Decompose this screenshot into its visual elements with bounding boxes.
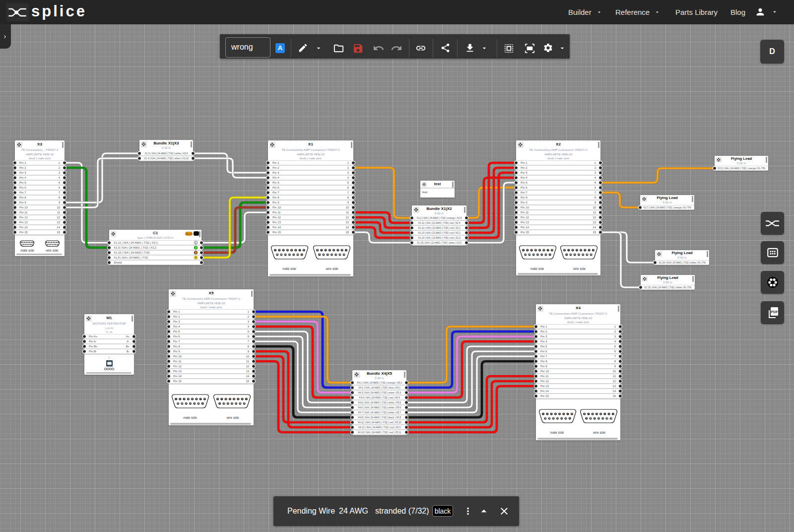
svg-text:1: 1 bbox=[593, 249, 594, 251]
svg-text:15: 15 bbox=[243, 402, 245, 404]
svg-text:4: 4 bbox=[188, 398, 189, 400]
svg-text:10: 10 bbox=[223, 402, 225, 404]
svg-text:14: 14 bbox=[548, 417, 550, 419]
svg-text:11: 11 bbox=[561, 417, 563, 419]
svg-text:11: 11 bbox=[293, 254, 295, 256]
svg-text:4: 4 bbox=[581, 249, 582, 251]
svg-text:1: 1 bbox=[176, 398, 177, 400]
svg-text:3: 3 bbox=[531, 249, 532, 251]
svg-text:10: 10 bbox=[297, 254, 299, 256]
svg-text:13: 13 bbox=[582, 254, 584, 256]
svg-text:13: 13 bbox=[532, 254, 534, 256]
svg-text:6: 6 bbox=[225, 398, 226, 400]
svg-text:3: 3 bbox=[184, 398, 185, 400]
svg-text:6: 6 bbox=[563, 413, 564, 415]
svg-text:11: 11 bbox=[327, 254, 329, 256]
svg-text:13: 13 bbox=[235, 402, 237, 404]
svg-text:12: 12 bbox=[289, 254, 291, 256]
svg-text:9: 9 bbox=[301, 254, 302, 256]
svg-text:10: 10 bbox=[198, 402, 199, 404]
svg-text:14: 14 bbox=[339, 254, 341, 256]
svg-text:15: 15 bbox=[276, 254, 278, 256]
svg-text:10: 10 bbox=[565, 417, 567, 419]
svg-text:12: 12 bbox=[190, 402, 192, 404]
svg-text:9: 9 bbox=[319, 254, 320, 256]
svg-text:1: 1 bbox=[523, 249, 524, 251]
svg-text:8: 8 bbox=[317, 249, 318, 251]
svg-text:14: 14 bbox=[606, 417, 608, 419]
svg-text:9: 9 bbox=[569, 417, 570, 419]
svg-text:12: 12 bbox=[331, 254, 333, 256]
svg-text:7: 7 bbox=[568, 249, 569, 251]
svg-text:6: 6 bbox=[572, 249, 573, 251]
svg-text:12: 12 bbox=[578, 254, 580, 256]
svg-text:6: 6 bbox=[325, 249, 326, 251]
svg-text:5: 5 bbox=[230, 398, 231, 400]
svg-text:3: 3 bbox=[551, 413, 552, 415]
svg-text:15: 15 bbox=[544, 417, 546, 419]
svg-text:11: 11 bbox=[574, 254, 576, 256]
svg-text:1: 1 bbox=[613, 413, 614, 415]
svg-text:13: 13 bbox=[552, 417, 554, 419]
svg-text:PDF: PDF bbox=[771, 310, 779, 314]
svg-text:1: 1 bbox=[543, 413, 544, 415]
svg-text:7: 7 bbox=[321, 249, 322, 251]
svg-text:15: 15 bbox=[177, 402, 179, 404]
svg-text:7: 7 bbox=[299, 249, 300, 251]
svg-text:2: 2 bbox=[180, 398, 181, 400]
svg-text:12: 12 bbox=[598, 417, 600, 419]
svg-text:7: 7 bbox=[547, 249, 548, 251]
svg-text:8: 8 bbox=[217, 398, 218, 400]
svg-text:8: 8 bbox=[304, 249, 305, 251]
svg-text:2: 2 bbox=[341, 249, 342, 251]
svg-text:3: 3 bbox=[283, 249, 284, 251]
svg-text:13: 13 bbox=[185, 402, 187, 404]
svg-text:8: 8 bbox=[572, 413, 573, 415]
svg-text:8: 8 bbox=[552, 249, 553, 251]
svg-text:15: 15 bbox=[525, 254, 527, 256]
svg-text:14: 14 bbox=[181, 402, 183, 404]
svg-text:10: 10 bbox=[570, 254, 572, 256]
svg-text:7: 7 bbox=[221, 398, 222, 400]
svg-text:13: 13 bbox=[602, 417, 604, 419]
svg-text:4: 4 bbox=[555, 413, 556, 415]
svg-text:6: 6 bbox=[295, 249, 296, 251]
svg-text:5: 5 bbox=[577, 249, 578, 251]
svg-text:15: 15 bbox=[590, 254, 592, 256]
svg-text:2: 2 bbox=[527, 249, 528, 251]
svg-text:5: 5 bbox=[596, 413, 597, 415]
svg-text:12: 12 bbox=[537, 254, 539, 256]
svg-text:4: 4 bbox=[600, 413, 601, 415]
svg-text:14: 14 bbox=[529, 254, 530, 256]
svg-text:2: 2 bbox=[279, 249, 280, 251]
svg-text:2: 2 bbox=[589, 249, 590, 251]
svg-text:11: 11 bbox=[594, 417, 596, 419]
svg-text:9: 9 bbox=[566, 254, 567, 256]
svg-text:5: 5 bbox=[330, 249, 331, 251]
svg-text:6: 6 bbox=[543, 249, 544, 251]
svg-text:11: 11 bbox=[541, 254, 543, 256]
svg-text:13: 13 bbox=[284, 254, 286, 256]
svg-text:6: 6 bbox=[592, 413, 593, 415]
svg-text:14: 14 bbox=[280, 254, 282, 256]
svg-text:3: 3 bbox=[337, 249, 338, 251]
svg-text:5: 5 bbox=[291, 249, 292, 251]
svg-text:9: 9 bbox=[202, 402, 203, 404]
svg-text:6: 6 bbox=[196, 398, 197, 400]
svg-text:7: 7 bbox=[567, 413, 568, 415]
svg-text:7: 7 bbox=[588, 413, 589, 415]
svg-text:14: 14 bbox=[239, 402, 241, 404]
svg-text:4: 4 bbox=[333, 249, 334, 251]
svg-text:10: 10 bbox=[323, 254, 325, 256]
svg-text:4: 4 bbox=[287, 249, 288, 251]
svg-text:2: 2 bbox=[547, 413, 548, 415]
svg-text:9: 9 bbox=[549, 254, 550, 256]
svg-text:1: 1 bbox=[246, 398, 247, 400]
svg-text:4: 4 bbox=[535, 249, 536, 251]
svg-text:8: 8 bbox=[584, 413, 585, 415]
svg-text:13: 13 bbox=[335, 254, 337, 256]
svg-text:3: 3 bbox=[585, 249, 586, 251]
svg-text:5: 5 bbox=[539, 249, 540, 251]
svg-text:4: 4 bbox=[234, 398, 235, 400]
svg-text:11: 11 bbox=[227, 402, 229, 404]
